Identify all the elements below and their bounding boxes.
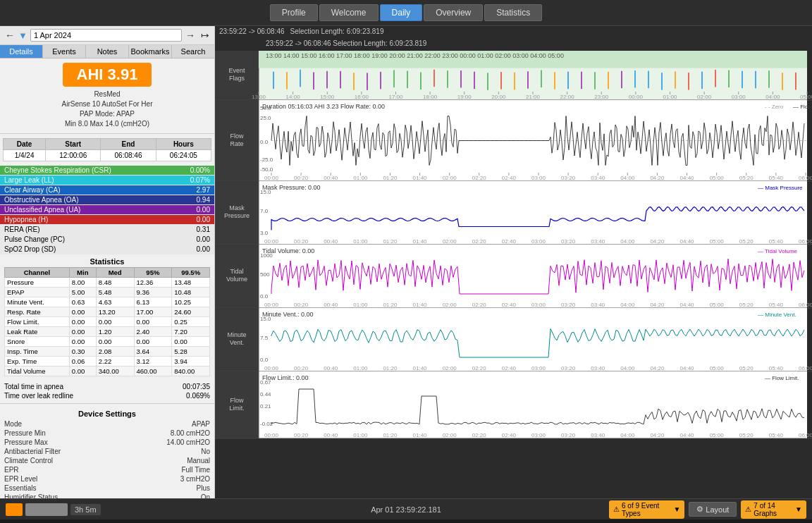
selection-length: Selection Length: 6:09:23.819 xyxy=(290,27,384,35)
svg-text:03:00: 03:00 xyxy=(531,302,546,308)
svg-text:00:20: 00:20 xyxy=(294,302,309,308)
setting-label: Humidifier Status xyxy=(4,493,58,498)
layout-button[interactable]: ⚙ Layout xyxy=(689,502,737,517)
svg-rect-43 xyxy=(715,70,716,87)
tab-search[interactable]: Search xyxy=(172,45,214,58)
svg-text:Vent.: Vent. xyxy=(230,339,245,346)
svg-text:03:20: 03:20 xyxy=(561,238,576,245)
svg-rect-27 xyxy=(500,72,502,90)
event-value: 0.07% xyxy=(190,176,210,184)
apnea-value: 00:07:35 xyxy=(183,383,210,390)
svg-text:3.0: 3.0 xyxy=(260,230,269,236)
gray-indicator xyxy=(25,503,68,516)
svg-text:0.44: 0.44 xyxy=(260,391,271,398)
svg-text:05:40: 05:40 xyxy=(769,175,784,181)
svg-rect-17 xyxy=(367,73,368,90)
svg-text:05:40: 05:40 xyxy=(769,365,784,371)
svg-text:03:00: 03:00 xyxy=(732,94,746,100)
setting-value: APAP xyxy=(192,420,210,428)
svg-text:01:40: 01:40 xyxy=(413,432,428,438)
tab-notes[interactable]: Notes xyxy=(86,45,129,58)
svg-text:05:00: 05:00 xyxy=(710,175,725,181)
leak-value: 0.069% xyxy=(186,392,210,400)
svg-text:05:20: 05:20 xyxy=(739,175,754,181)
setting-label: EPR xyxy=(4,466,19,474)
svg-rect-45 xyxy=(742,71,743,89)
svg-text:21:00: 21:00 xyxy=(526,94,541,100)
tab-daily[interactable]: Daily xyxy=(380,4,423,21)
svg-text:00:20: 00:20 xyxy=(294,432,309,438)
svg-rect-21 xyxy=(420,73,422,90)
svg-text:04:20: 04:20 xyxy=(650,432,665,438)
svg-text:04:40: 04:40 xyxy=(680,302,695,308)
svg-text:01:20: 01:20 xyxy=(383,432,398,438)
svg-rect-198 xyxy=(259,308,807,371)
svg-text:00:00: 00:00 xyxy=(264,302,279,308)
right-panel: 23:59:22 -> 06:08:46 Selection Length: 6… xyxy=(215,26,812,498)
svg-text:- - Zero: - - Zero xyxy=(765,104,784,110)
setting-value: No xyxy=(201,448,210,455)
event-types-label: 6 of 9 Event Types xyxy=(622,502,671,517)
svg-rect-23 xyxy=(447,70,448,88)
svg-text:03:20: 03:20 xyxy=(561,175,576,181)
svg-text:02:40: 02:40 xyxy=(502,432,517,438)
jump-end-button[interactable]: ↦ xyxy=(199,30,211,41)
svg-rect-39 xyxy=(661,73,663,90)
svg-text:01:00: 01:00 xyxy=(353,365,368,371)
event-value: 0.94 xyxy=(197,196,210,204)
svg-text:06:00: 06:00 xyxy=(799,238,812,245)
graphs-badge[interactable]: ⚠ 7 of 14 Graphs ▼ xyxy=(741,500,806,519)
svg-text:04:20: 04:20 xyxy=(650,175,665,181)
svg-text:04:00: 04:00 xyxy=(620,365,635,371)
next-date-button[interactable]: → xyxy=(183,30,197,41)
svg-text:20:00: 20:00 xyxy=(491,94,506,100)
tab-welcome[interactable]: Welcome xyxy=(319,4,379,21)
svg-text:05:00: 05:00 xyxy=(710,302,725,308)
svg-text:7.0: 7.0 xyxy=(260,208,269,214)
orange-indicator xyxy=(6,503,23,516)
svg-text:02:00: 02:00 xyxy=(443,302,457,308)
tab-events[interactable]: Events xyxy=(43,45,86,58)
svg-text:01:40: 01:40 xyxy=(413,302,428,308)
svg-rect-18 xyxy=(380,72,381,90)
setting-value: On xyxy=(201,493,210,498)
svg-text:05:20: 05:20 xyxy=(739,238,754,245)
prev-date-button[interactable]: ← xyxy=(3,30,17,41)
tab-bookmarks[interactable]: Bookmarks xyxy=(129,45,172,58)
leak-redline-row: Time over leak redline 0.069% xyxy=(4,391,210,400)
svg-text:Minute: Minute xyxy=(227,331,246,338)
svg-text:01:20: 01:20 xyxy=(383,302,398,308)
tab-profile[interactable]: Profile xyxy=(270,4,318,21)
event-row: Unclassified Apnea (UA)0.00 xyxy=(0,205,214,215)
svg-text:16:00: 16:00 xyxy=(355,94,369,100)
svg-text:0.67: 0.67 xyxy=(260,379,271,386)
svg-text:04:00: 04:00 xyxy=(620,238,635,245)
setting-label: EPR Level xyxy=(4,475,37,483)
tab-statistics[interactable]: Statistics xyxy=(484,4,542,21)
date-input[interactable] xyxy=(30,29,182,42)
svg-text:01:00: 01:00 xyxy=(353,302,368,308)
setting-label: Pressure Max xyxy=(4,438,48,446)
tab-details[interactable]: Details xyxy=(0,45,43,58)
svg-text:03:40: 03:40 xyxy=(591,365,605,371)
svg-text:02:20: 02:20 xyxy=(472,302,487,308)
svg-text:03:40: 03:40 xyxy=(591,302,605,308)
svg-text:04:00: 04:00 xyxy=(765,94,780,100)
svg-text:05:20: 05:20 xyxy=(739,432,754,438)
main-chart-svg[interactable]: 23:59:22 -> 06:08:46 Selection Length: 6… xyxy=(215,37,812,498)
setting-value: 3 cmH2O xyxy=(180,475,210,483)
warning-icon: ⚠ xyxy=(613,505,620,513)
svg-text:17:00: 17:00 xyxy=(388,94,403,100)
svg-text:04:00: 04:00 xyxy=(620,302,635,308)
svg-rect-41 xyxy=(688,73,689,90)
graphs-warning-icon: ⚠ xyxy=(745,505,751,513)
svg-rect-29 xyxy=(527,71,529,89)
event-value: 0.00% xyxy=(190,166,210,174)
tab-overview[interactable]: Overview xyxy=(424,4,483,21)
event-types-badge[interactable]: ⚠ 6 of 9 Event Types ▼ xyxy=(609,500,684,519)
graphs-label: 7 of 14 Graphs xyxy=(753,502,793,517)
svg-text:15.0: 15.0 xyxy=(260,189,271,195)
svg-text:05:40: 05:40 xyxy=(769,238,784,245)
top-navigation: Profile Welcome Daily Overview Statistic… xyxy=(0,0,812,26)
event-row: Obstructive Apnea (OA)0.94 xyxy=(0,195,214,205)
